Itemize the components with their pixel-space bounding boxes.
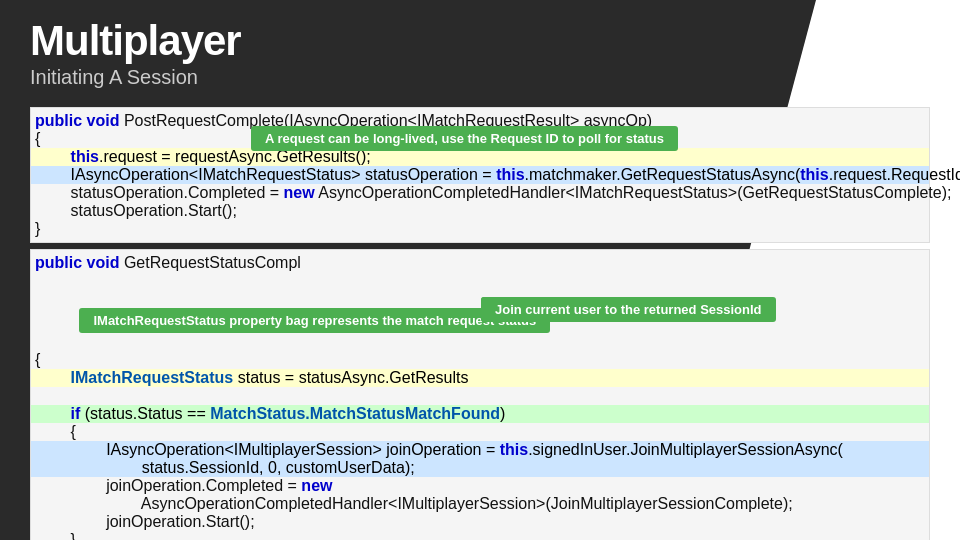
code-line-highlighted-blue: status.SessionId, 0, customUserData); [31, 459, 929, 477]
main-content: Multiplayer Initiating A Session public … [0, 0, 960, 540]
code-line: joinOperation.Start(); [31, 513, 929, 531]
code-line: statusOperation.Start(); [31, 202, 929, 220]
code-line-highlighted-blue: IAsyncOperation<IMultiplayerSession> joi… [31, 441, 929, 459]
tooltip-request-id: A request can be long-lived, use the Req… [251, 126, 678, 151]
code-line: { [31, 351, 929, 369]
code-line: public void GetRequestStatusCompl IMatch… [31, 254, 929, 351]
code-line [31, 387, 929, 405]
code-block-1: public void PostRequestComplete(IAsyncOp… [30, 107, 930, 243]
tooltip-join-session: Join current user to the returned Sessio… [481, 297, 776, 322]
tooltip-imatch: IMatchRequestStatus property bag represe… [79, 308, 550, 333]
page-subtitle: Initiating A Session [30, 66, 930, 89]
code-line: statusOperation.Completed = new AsyncOpe… [31, 184, 929, 202]
code-line: AsyncOperationCompletedHandler<IMultipla… [31, 495, 929, 513]
code-line-highlighted: IMatchRequestStatus status = statusAsync… [31, 369, 929, 387]
code-block-2: public void GetRequestStatusCompl IMatch… [30, 249, 930, 540]
code-line: } [31, 531, 929, 540]
code-line-highlighted-blue: IAsyncOperation<IMatchRequestStatus> sta… [31, 166, 929, 184]
page-title: Multiplayer [30, 18, 930, 64]
code-line: { [31, 423, 929, 441]
code-line: } [31, 220, 929, 238]
code-line: joinOperation.Completed = new [31, 477, 929, 495]
code-line-highlighted-green: if (status.Status == MatchStatus.MatchSt… [31, 405, 929, 423]
